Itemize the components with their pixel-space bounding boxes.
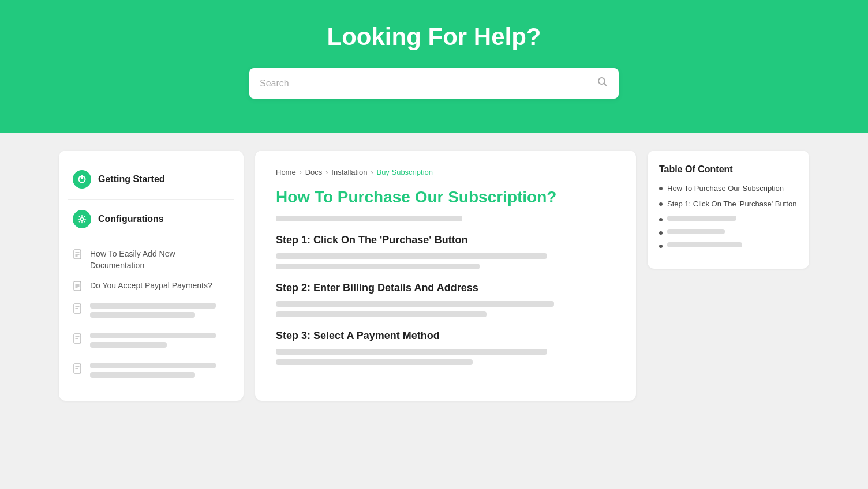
search-input[interactable]: [260, 78, 597, 89]
ph-line: [90, 303, 216, 309]
doc-title: How To Purchase Our Subscription?: [276, 187, 615, 208]
toc-item-1-label: How To Purchase Our Subscription: [667, 184, 784, 193]
doc-icon-3: [73, 303, 84, 315]
doc-ph-bar-1a: [276, 253, 547, 259]
placeholder-lines-3: [90, 363, 230, 381]
doc-ph-bar-3b: [276, 359, 473, 365]
doc-icon-2: [73, 281, 84, 292]
sidebar-header-getting-started[interactable]: Getting Started: [68, 164, 234, 194]
ph-line: [90, 312, 195, 318]
sidebar: Getting Started Configurations: [59, 151, 244, 401]
ph-line: [90, 333, 216, 338]
doc-ph-bar-2b: [276, 311, 487, 317]
sidebar-placeholder-2: [68, 327, 234, 357]
toc-item-1[interactable]: How To Purchase Our Subscription: [659, 184, 798, 193]
divider-2: [68, 239, 234, 239]
divider-1: [68, 199, 234, 200]
toc-bullet-1: [659, 187, 663, 190]
breadcrumb-installation[interactable]: Installation: [331, 168, 367, 176]
toc-bullet-2: [659, 202, 663, 206]
doc-step-1-title: Step 1: Click On The 'Purchase' Button: [276, 234, 615, 246]
gear-icon: [73, 210, 91, 228]
doc-icon-1: [73, 249, 84, 261]
toc-title: Table Of Content: [659, 164, 798, 175]
breadcrumb-sep-2: ›: [326, 168, 328, 176]
doc-ph-bar-2a: [276, 301, 554, 307]
hero-section: Looking For Help?: [0, 0, 868, 133]
toc-panel: Table Of Content How To Purchase Our Sub…: [648, 151, 809, 269]
toc-ph-1: [659, 215, 798, 221]
sidebar-item-add-docs[interactable]: How To Easily Add New Documentation: [68, 244, 234, 276]
sidebar-section-getting-started: Getting Started: [68, 164, 234, 194]
toc-ph-2: [659, 228, 798, 235]
toc-ph-bullet-2: [659, 231, 663, 235]
breadcrumb-home[interactable]: Home: [276, 168, 296, 176]
toc-ph-bullet-3: [659, 245, 663, 248]
sidebar-header-configurations[interactable]: Configurations: [68, 204, 234, 234]
sidebar-item-add-docs-label: How To Easily Add New Documentation: [90, 249, 230, 271]
toc-item-2-label: Step 1: Click On The 'Purchase' Button: [667, 200, 796, 208]
toc-ph-line-3: [667, 242, 742, 247]
ph-line: [90, 363, 216, 368]
placeholder-lines-2: [90, 333, 230, 351]
svg-line-1: [604, 84, 607, 86]
breadcrumb: Home › Docs › Installation › Buy Subscri…: [276, 168, 615, 176]
toc-ph-line-1: [667, 216, 736, 221]
doc-ph-bar-3a: [276, 349, 547, 355]
toc-ph-3: [659, 242, 798, 248]
sidebar-placeholder-1: [68, 297, 234, 327]
doc-icon-5: [73, 363, 84, 375]
doc-step-2-title: Step 2: Enter Billing Details And Addres…: [276, 282, 615, 294]
breadcrumb-docs[interactable]: Docs: [305, 168, 323, 176]
search-icon: [597, 76, 608, 91]
power-icon: [73, 170, 91, 189]
breadcrumb-sep-3: ›: [371, 168, 373, 176]
sidebar-getting-started-label: Getting Started: [98, 174, 165, 185]
sidebar-item-paypal-label: Do You Accept Paypal Payments?: [90, 280, 212, 292]
doc-ph-bar-1b: [276, 264, 480, 269]
ph-line: [90, 372, 195, 378]
hero-title: Looking For Help?: [12, 23, 856, 51]
sidebar-configurations-label: Configurations: [98, 214, 164, 224]
placeholder-lines-1: [90, 303, 230, 321]
sidebar-section-configurations: Configurations: [68, 204, 234, 234]
svg-point-2: [81, 218, 84, 221]
toc-item-2[interactable]: Step 1: Click On The 'Purchase' Button: [659, 200, 798, 208]
doc-panel: Home › Docs › Installation › Buy Subscri…: [255, 151, 636, 401]
breadcrumb-current: Buy Subscription: [376, 168, 433, 176]
doc-icon-4: [73, 333, 84, 345]
doc-ph-bar-title: [276, 216, 462, 221]
ph-line: [90, 342, 167, 348]
doc-step-3-title: Step 3: Select A Payment Method: [276, 330, 615, 342]
toc-ph-line-2: [667, 229, 725, 234]
sidebar-item-paypal[interactable]: Do You Accept Paypal Payments?: [68, 276, 234, 297]
toc-ph-bullet-1: [659, 218, 663, 221]
main-content: Getting Started Configurations: [30, 133, 838, 418]
sidebar-placeholder-3: [68, 357, 234, 387]
breadcrumb-sep-1: ›: [300, 168, 302, 176]
search-bar: [249, 68, 619, 99]
